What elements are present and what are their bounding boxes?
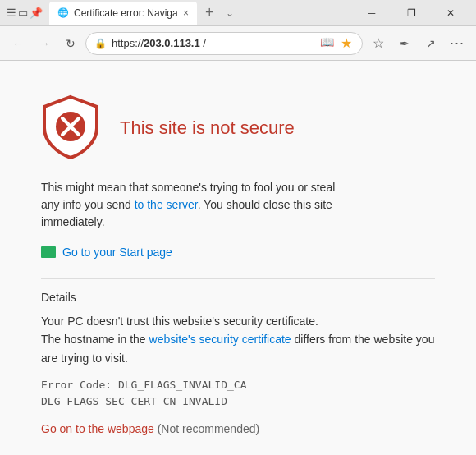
address-text: https://203.0.113.1 / (112, 37, 206, 49)
share-button[interactable]: ↗ (419, 32, 443, 55)
error-code-line1: Error Code: DLG_FLAGS_INVALID_CA (41, 377, 435, 393)
new-tab-button[interactable]: + (200, 4, 219, 21)
tab-icon: 🌐 (57, 7, 69, 18)
start-page-label: Go to your Start page (62, 246, 172, 259)
pin-icon: 📌 (30, 7, 43, 19)
details-link1[interactable]: website's security certificate (149, 333, 291, 346)
title-bar-left: ☰ ▭ 📌 🌐 Certificate error: Naviga × + ⌄ (7, 2, 237, 25)
restore-button[interactable]: ❐ (392, 0, 430, 26)
go-on-link[interactable]: Go on to the webpage (41, 422, 154, 435)
more-button[interactable]: ··· (445, 32, 469, 55)
close-window-button[interactable]: ✕ (432, 0, 469, 26)
active-tab[interactable]: 🌐 Certificate error: Naviga × (49, 2, 197, 25)
error-code: Error Code: DLG_FLAGS_INVALID_CA DLG_FLA… (41, 377, 435, 409)
address-suffix: / (200, 37, 206, 49)
address-host: 203.0.113.1 (144, 37, 200, 49)
go-on-section: Go on to the webpage (Not recommended) (41, 422, 435, 435)
refresh-button[interactable]: ↻ (59, 32, 82, 55)
close-tab-button[interactable]: × (183, 7, 189, 19)
error-code-line2: DLG_FLAGS_SEC_CERT_CN_INVALID (41, 393, 435, 410)
notes-button[interactable]: ✒ (392, 32, 417, 55)
address-bar-icons: 📖 ★ (318, 35, 354, 51)
not-recommended-label: (Not recommended) (158, 422, 260, 435)
tab-list-button[interactable]: ⌄ (222, 7, 237, 19)
error-title: This site is not secure (120, 117, 295, 139)
start-page-icon (41, 246, 56, 258)
forward-button[interactable]: → (33, 32, 56, 55)
window-icon: ☰ (7, 7, 16, 19)
address-input-field[interactable]: 🔒 https://203.0.113.1 / 📖 ★ (85, 32, 363, 55)
tab-title: Certificate error: Naviga (74, 7, 178, 19)
details-section: Details Your PC doesn't trust this websi… (41, 278, 435, 435)
back-small-icon: ▭ (18, 7, 28, 19)
reader-mode-icon[interactable]: 📖 (318, 35, 336, 51)
toolbar-right: ☆ ✒ ↗ ··· (366, 32, 469, 55)
details-text: Your PC doesn't trust this website's sec… (41, 312, 435, 367)
window-controls: ─ ❐ ✕ (353, 0, 469, 26)
address-bar: ← → ↻ 🔒 https://203.0.113.1 / 📖 ★ ☆ ✒ ↗ … (0, 26, 476, 61)
details-text2: The hostname in the (41, 333, 149, 346)
start-page-link[interactable]: Go to your Start page (41, 246, 435, 259)
details-heading: Details (41, 291, 435, 304)
shield-icon (41, 94, 100, 159)
desc-link[interactable]: to the server (135, 198, 198, 211)
page-content: This site is not secure This might mean … (0, 61, 476, 455)
error-description: This might mean that someone's trying to… (41, 179, 336, 231)
error-header: This site is not secure (41, 94, 435, 163)
back-button[interactable]: ← (7, 32, 30, 55)
lock-icon: 🔒 (94, 38, 107, 49)
shield-container (41, 94, 100, 163)
favorites-toolbar-button[interactable]: ☆ (366, 32, 391, 55)
details-text1: Your PC doesn't trust this website's sec… (41, 315, 318, 328)
title-bar: ☰ ▭ 📌 🌐 Certificate error: Naviga × + ⌄ … (0, 0, 476, 26)
minimize-button[interactable]: ─ (353, 0, 391, 26)
favorites-icon[interactable]: ★ (339, 35, 354, 51)
